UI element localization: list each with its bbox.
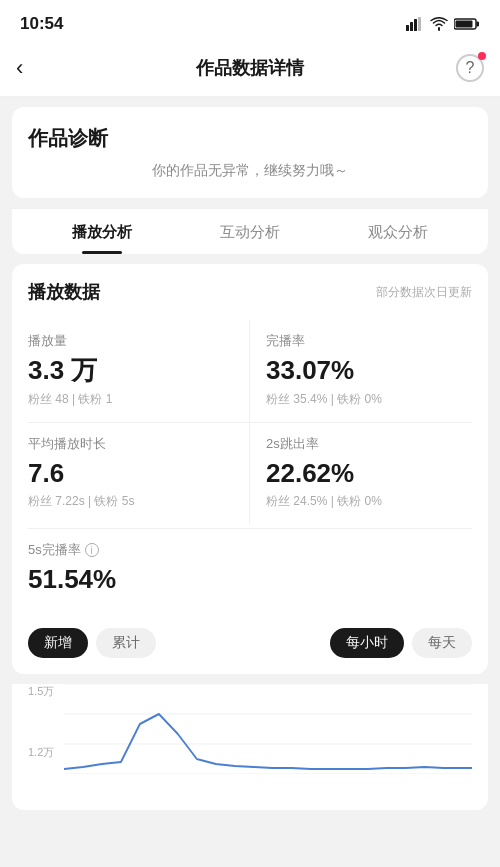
bottom-area <box>0 810 500 850</box>
metric-avg-duration-label: 平均播放时长 <box>28 435 233 453</box>
diagnosis-subtitle: 你的作品无异常，继续努力哦～ <box>28 162 472 180</box>
diagnosis-title: 作品诊断 <box>28 125 472 152</box>
tab-interaction-analysis[interactable]: 互动分析 <box>176 209 324 254</box>
chart-container: 1.5万 1.2万 <box>12 684 488 810</box>
metric-avg-duration-detail: 粉丝 7.22s | 铁粉 5s <box>28 493 233 510</box>
svg-rect-5 <box>477 22 480 27</box>
section-note: 部分数据次日更新 <box>376 284 472 301</box>
metric-avg-duration-value: 7.6 <box>28 459 233 488</box>
status-icons <box>406 17 480 31</box>
diagnosis-card: 作品诊断 你的作品无异常，继续努力哦～ <box>12 107 488 198</box>
metric-completion-rate-label: 完播率 <box>266 332 462 350</box>
metric-play-count: 播放量 3.3 万 粉丝 48 | 铁粉 1 <box>28 320 250 423</box>
tab-play-analysis[interactable]: 播放分析 <box>28 209 176 254</box>
metric-play-count-detail: 粉丝 48 | 铁粉 1 <box>28 391 233 408</box>
play-data-card: 播放数据 部分数据次日更新 播放量 3.3 万 粉丝 48 | 铁粉 1 完播率… <box>12 264 488 674</box>
page-title: 作品数据详情 <box>196 56 304 80</box>
svg-rect-3 <box>418 17 421 31</box>
metric-bounce-rate: 2s跳出率 22.62% 粉丝 24.5% | 铁粉 0% <box>250 423 472 525</box>
wifi-icon <box>430 17 448 31</box>
tab-audience-analysis[interactable]: 观众分析 <box>324 209 472 254</box>
header: ‹ 作品数据详情 ? <box>0 44 500 97</box>
metric-avg-duration: 平均播放时长 7.6 粉丝 7.22s | 铁粉 5s <box>28 423 250 525</box>
help-button[interactable]: ? <box>448 54 484 82</box>
signal-icon <box>406 17 424 31</box>
chart-svg <box>64 684 472 774</box>
section-header: 播放数据 部分数据次日更新 <box>28 280 472 304</box>
metric-bounce-rate-label: 2s跳出率 <box>266 435 462 453</box>
svg-rect-2 <box>414 19 417 31</box>
toggle-cumulative-button[interactable]: 累计 <box>96 628 156 658</box>
metric-completion-rate-detail: 粉丝 35.4% | 铁粉 0% <box>266 391 462 408</box>
info-icon[interactable]: i <box>85 543 99 557</box>
metric-bounce-rate-detail: 粉丝 24.5% | 铁粉 0% <box>266 493 462 510</box>
tabs-container: 播放分析 互动分析 观众分析 <box>12 208 488 254</box>
metric-completion-rate: 完播率 33.07% 粉丝 35.4% | 铁粉 0% <box>250 320 472 423</box>
toggle-row: 新增 累计 每小时 每天 <box>28 628 472 658</box>
toggle-hourly-button[interactable]: 每小时 <box>330 628 404 658</box>
metric-5s-completion: 5s完播率 i 51.54% <box>28 529 472 614</box>
status-bar: 10:54 <box>0 0 500 44</box>
new-cumulative-toggle: 新增 累计 <box>28 628 156 658</box>
help-notification-dot <box>478 52 486 60</box>
chart-y-label-mid: 1.2万 <box>28 745 54 760</box>
metric-5s-label: 5s完播率 i <box>28 541 472 559</box>
section-title: 播放数据 <box>28 280 100 304</box>
time-granularity-toggle: 每小时 每天 <box>330 628 472 658</box>
metric-play-count-label: 播放量 <box>28 332 233 350</box>
back-button[interactable]: ‹ <box>16 55 52 81</box>
status-time: 10:54 <box>20 14 63 34</box>
svg-rect-1 <box>410 22 413 31</box>
metric-play-count-value: 3.3 万 <box>28 356 233 385</box>
battery-icon <box>454 17 480 31</box>
chart-y-label-top: 1.5万 <box>28 684 54 699</box>
svg-rect-6 <box>456 21 473 28</box>
toggle-daily-button[interactable]: 每天 <box>412 628 472 658</box>
metric-bounce-rate-value: 22.62% <box>266 459 462 488</box>
metrics-grid: 播放量 3.3 万 粉丝 48 | 铁粉 1 完播率 33.07% 粉丝 35.… <box>28 320 472 524</box>
metric-completion-rate-value: 33.07% <box>266 356 462 385</box>
metric-5s-value: 51.54% <box>28 565 472 594</box>
svg-rect-0 <box>406 25 409 31</box>
toggle-new-button[interactable]: 新增 <box>28 628 88 658</box>
